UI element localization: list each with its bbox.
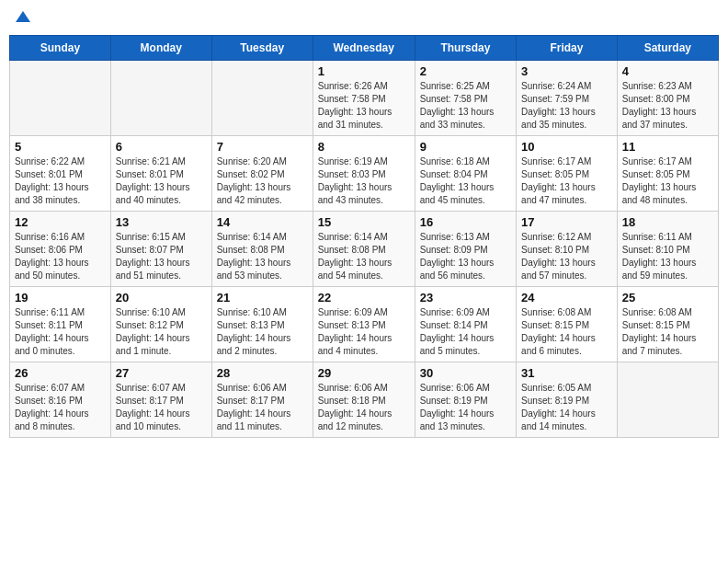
day-number: 20 (116, 291, 207, 304)
day-info: Sunrise: 6:06 AM Sunset: 8:19 PM Dayligh… (420, 382, 511, 433)
day-info: Sunrise: 6:07 AM Sunset: 8:16 PM Dayligh… (15, 382, 106, 433)
day-info: Sunrise: 6:21 AM Sunset: 8:01 PM Dayligh… (116, 155, 207, 207)
day-number: 11 (622, 140, 713, 154)
calendar-week-row: 1Sunrise: 6:26 AM Sunset: 7:58 PM Daylig… (10, 61, 719, 136)
calendar-cell: 22Sunrise: 6:09 AM Sunset: 8:13 PM Dayli… (313, 287, 415, 362)
header-row: SundayMondayTuesdayWednesdayThursdayFrid… (10, 36, 719, 61)
day-number: 12 (15, 215, 106, 229)
svg-marker-0 (16, 11, 30, 22)
day-of-week-header: Tuesday (211, 36, 313, 61)
calendar-cell: 27Sunrise: 6:07 AM Sunset: 8:17 PM Dayli… (110, 362, 211, 438)
day-number: 25 (622, 291, 713, 304)
day-info: Sunrise: 6:13 AM Sunset: 8:09 PM Dayligh… (420, 231, 511, 282)
calendar-week-row: 26Sunrise: 6:07 AM Sunset: 8:16 PM Dayli… (10, 362, 719, 438)
calendar-body: 1Sunrise: 6:26 AM Sunset: 7:58 PM Daylig… (10, 61, 719, 438)
day-number: 19 (15, 291, 106, 304)
calendar-week-row: 12Sunrise: 6:16 AM Sunset: 8:06 PM Dayli… (10, 212, 719, 287)
calendar-cell: 14Sunrise: 6:14 AM Sunset: 8:08 PM Dayli… (211, 212, 313, 287)
calendar-cell: 6Sunrise: 6:21 AM Sunset: 8:01 PM Daylig… (110, 136, 211, 212)
calendar-cell (10, 61, 111, 136)
calendar-cell: 25Sunrise: 6:08 AM Sunset: 8:15 PM Dayli… (617, 287, 718, 362)
day-number: 7 (217, 140, 308, 154)
day-number: 1 (318, 64, 410, 78)
day-info: Sunrise: 6:11 AM Sunset: 8:11 PM Dayligh… (15, 306, 106, 358)
day-info: Sunrise: 6:14 AM Sunset: 8:08 PM Dayligh… (217, 231, 308, 282)
day-number: 6 (116, 140, 207, 154)
day-info: Sunrise: 6:16 AM Sunset: 8:06 PM Dayligh… (15, 231, 106, 282)
day-of-week-header: Friday (517, 36, 618, 61)
logo-icon (16, 9, 30, 24)
day-info: Sunrise: 6:06 AM Sunset: 8:18 PM Dayligh… (318, 382, 410, 433)
calendar-cell: 8Sunrise: 6:19 AM Sunset: 8:03 PM Daylig… (313, 136, 415, 212)
calendar-cell: 10Sunrise: 6:17 AM Sunset: 8:05 PM Dayli… (517, 136, 618, 212)
day-number: 8 (318, 140, 410, 154)
day-of-week-header: Wednesday (313, 36, 415, 61)
day-info: Sunrise: 6:26 AM Sunset: 7:58 PM Dayligh… (318, 80, 410, 132)
calendar-cell: 16Sunrise: 6:13 AM Sunset: 8:09 PM Dayli… (415, 212, 516, 287)
calendar-cell: 3Sunrise: 6:24 AM Sunset: 7:59 PM Daylig… (517, 61, 618, 136)
day-info: Sunrise: 6:14 AM Sunset: 8:08 PM Dayligh… (318, 231, 410, 282)
calendar-cell (617, 362, 718, 438)
calendar-cell: 9Sunrise: 6:18 AM Sunset: 8:04 PM Daylig… (415, 136, 516, 212)
day-number: 30 (420, 366, 511, 380)
calendar-week-row: 5Sunrise: 6:22 AM Sunset: 8:01 PM Daylig… (10, 136, 719, 212)
day-info: Sunrise: 6:22 AM Sunset: 8:01 PM Dayligh… (15, 155, 106, 207)
day-info: Sunrise: 6:23 AM Sunset: 8:00 PM Dayligh… (622, 80, 713, 132)
calendar-cell: 26Sunrise: 6:07 AM Sunset: 8:16 PM Dayli… (10, 362, 111, 438)
calendar-cell: 17Sunrise: 6:12 AM Sunset: 8:10 PM Dayli… (517, 212, 618, 287)
calendar-cell: 2Sunrise: 6:25 AM Sunset: 7:58 PM Daylig… (415, 61, 516, 136)
day-number: 9 (420, 140, 511, 154)
day-info: Sunrise: 6:08 AM Sunset: 8:15 PM Dayligh… (521, 306, 612, 358)
calendar-cell (110, 61, 211, 136)
day-number: 13 (116, 215, 207, 229)
page-header (9, 9, 719, 28)
day-number: 15 (318, 215, 410, 229)
calendar-cell: 20Sunrise: 6:10 AM Sunset: 8:12 PM Dayli… (110, 287, 211, 362)
day-info: Sunrise: 6:09 AM Sunset: 8:14 PM Dayligh… (420, 306, 511, 358)
calendar-cell: 28Sunrise: 6:06 AM Sunset: 8:17 PM Dayli… (211, 362, 313, 438)
calendar-cell: 21Sunrise: 6:10 AM Sunset: 8:13 PM Dayli… (211, 287, 313, 362)
day-number: 22 (318, 291, 410, 304)
day-of-week-header: Saturday (617, 36, 718, 61)
day-number: 3 (521, 64, 612, 78)
day-info: Sunrise: 6:05 AM Sunset: 8:19 PM Dayligh… (521, 382, 612, 433)
day-number: 17 (521, 215, 612, 229)
day-info: Sunrise: 6:24 AM Sunset: 7:59 PM Dayligh… (521, 80, 612, 132)
calendar-cell: 29Sunrise: 6:06 AM Sunset: 8:18 PM Dayli… (313, 362, 415, 438)
calendar-cell: 15Sunrise: 6:14 AM Sunset: 8:08 PM Dayli… (313, 212, 415, 287)
day-info: Sunrise: 6:17 AM Sunset: 8:05 PM Dayligh… (521, 155, 612, 207)
calendar-cell: 7Sunrise: 6:20 AM Sunset: 8:02 PM Daylig… (211, 136, 313, 212)
calendar-cell: 23Sunrise: 6:09 AM Sunset: 8:14 PM Dayli… (415, 287, 516, 362)
day-info: Sunrise: 6:10 AM Sunset: 8:12 PM Dayligh… (116, 306, 207, 358)
day-info: Sunrise: 6:07 AM Sunset: 8:17 PM Dayligh… (116, 382, 207, 433)
day-number: 4 (622, 64, 713, 78)
logo (15, 13, 30, 24)
day-number: 26 (15, 366, 106, 380)
day-info: Sunrise: 6:09 AM Sunset: 8:13 PM Dayligh… (318, 306, 410, 358)
day-number: 21 (217, 291, 308, 304)
calendar-cell: 5Sunrise: 6:22 AM Sunset: 8:01 PM Daylig… (10, 136, 111, 212)
day-of-week-header: Sunday (10, 36, 111, 61)
calendar-cell: 30Sunrise: 6:06 AM Sunset: 8:19 PM Dayli… (415, 362, 516, 438)
day-number: 10 (521, 140, 612, 154)
calendar-cell: 19Sunrise: 6:11 AM Sunset: 8:11 PM Dayli… (10, 287, 111, 362)
day-of-week-header: Monday (110, 36, 211, 61)
calendar-cell: 18Sunrise: 6:11 AM Sunset: 8:10 PM Dayli… (617, 212, 718, 287)
day-info: Sunrise: 6:19 AM Sunset: 8:03 PM Dayligh… (318, 155, 410, 207)
day-info: Sunrise: 6:20 AM Sunset: 8:02 PM Dayligh… (217, 155, 308, 207)
day-number: 28 (217, 366, 308, 380)
calendar-cell: 13Sunrise: 6:15 AM Sunset: 8:07 PM Dayli… (110, 212, 211, 287)
day-of-week-header: Thursday (415, 36, 516, 61)
day-info: Sunrise: 6:10 AM Sunset: 8:13 PM Dayligh… (217, 306, 308, 358)
day-number: 14 (217, 215, 308, 229)
calendar-cell: 24Sunrise: 6:08 AM Sunset: 8:15 PM Dayli… (517, 287, 618, 362)
day-number: 24 (521, 291, 612, 304)
day-info: Sunrise: 6:11 AM Sunset: 8:10 PM Dayligh… (622, 231, 713, 282)
day-number: 18 (622, 215, 713, 229)
calendar-week-row: 19Sunrise: 6:11 AM Sunset: 8:11 PM Dayli… (10, 287, 719, 362)
day-number: 29 (318, 366, 410, 380)
day-info: Sunrise: 6:08 AM Sunset: 8:15 PM Dayligh… (622, 306, 713, 358)
day-info: Sunrise: 6:25 AM Sunset: 7:58 PM Dayligh… (420, 80, 511, 132)
day-info: Sunrise: 6:06 AM Sunset: 8:17 PM Dayligh… (217, 382, 308, 433)
day-info: Sunrise: 6:17 AM Sunset: 8:05 PM Dayligh… (622, 155, 713, 207)
